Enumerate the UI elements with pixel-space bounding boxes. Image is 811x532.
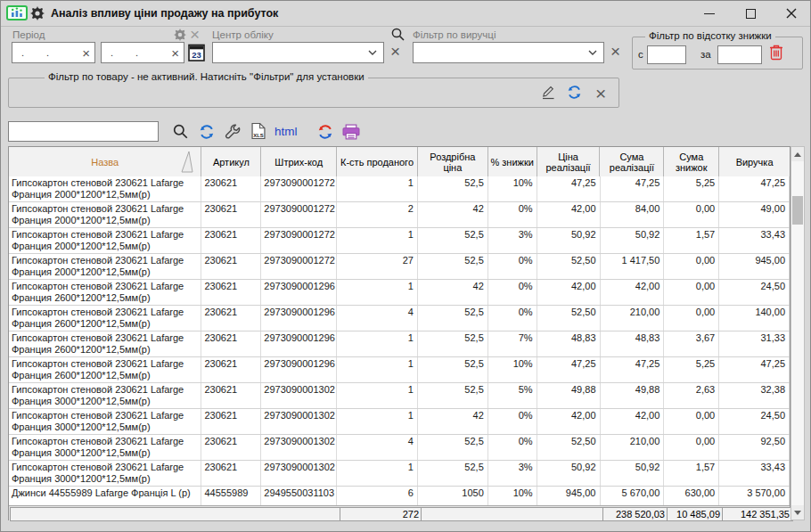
date-to-clear-icon[interactable]: × xyxy=(171,46,184,60)
cell-discsum: 0,00 xyxy=(664,409,719,434)
revenue-filter-combobox[interactable] xyxy=(413,42,604,63)
center-combobox[interactable] xyxy=(212,42,384,63)
discount-from-input[interactable] xyxy=(647,45,686,64)
table-header-cell-name[interactable]: Назва xyxy=(9,147,201,176)
cell-sum: 50,92 xyxy=(601,228,665,253)
maximize-button[interactable] xyxy=(730,1,771,26)
cell-discsum: 630,00 xyxy=(664,487,719,505)
revenue-filter-label: Фільтр по виручці xyxy=(413,29,496,40)
period-clear-icon[interactable]: × xyxy=(190,26,200,43)
wrench-icon[interactable] xyxy=(224,123,241,140)
cell-discsum: 5,25 xyxy=(664,176,719,201)
cell-retail: 52,5 xyxy=(418,357,488,382)
cell-qty: 1 xyxy=(337,383,418,408)
footer-total-qty: 272 xyxy=(340,507,422,521)
vertical-scrollbar[interactable] xyxy=(791,146,805,520)
date-from-field[interactable]: . . × xyxy=(12,42,95,63)
table-row[interactable]: Гипсокартон стеновой 230621 Lafarge Фран… xyxy=(9,461,790,487)
cell-name: Гипсокартон стеновой 230621 Lafarge Фран… xyxy=(9,254,201,279)
table-footer: 272 238 520,03 10 485,09 142 351,35 xyxy=(9,505,790,521)
scrollbar-thumb[interactable] xyxy=(792,196,803,225)
cell-retail: 52,5 xyxy=(418,461,488,486)
cell-sku: 44555989 xyxy=(201,487,261,505)
cell-name: Гипсокартон стеновой 230621 Lafarge Фран… xyxy=(9,280,201,305)
table-header-cell-revenue[interactable]: Виручка xyxy=(719,147,790,176)
cell-revenue: 945,00 xyxy=(719,254,790,279)
refresh-icon[interactable] xyxy=(567,85,582,102)
close-button[interactable] xyxy=(771,1,811,26)
cell-barcode: 2973090001272 xyxy=(261,176,337,201)
table-row[interactable]: Гипсокартон стеновой 230621 Lafarge Фран… xyxy=(9,176,790,202)
search-icon[interactable] xyxy=(172,123,189,140)
cell-price: 50,92 xyxy=(537,461,601,486)
date-to-field[interactable]: . . × xyxy=(101,42,184,63)
period-gear-icon[interactable] xyxy=(174,29,186,43)
printer-icon[interactable] xyxy=(342,124,360,140)
calendar-23-icon[interactable]: 23 xyxy=(188,43,205,63)
table-header: НазваАртикулШтрих-кодК-сть проданогоРозд… xyxy=(9,147,790,177)
cell-retail: 52,5 xyxy=(418,228,488,253)
table-row[interactable]: Гипсокартон стеновой 230621 Lafarge Фран… xyxy=(9,435,790,461)
cell-name: Гипсокартон стеновой 230621 Lafarge Фран… xyxy=(9,357,201,382)
arrow-down-icon xyxy=(794,511,801,515)
product-filter-close-icon[interactable]: × xyxy=(595,84,606,102)
discount-to-label: за xyxy=(700,49,711,60)
date-from-value: . . xyxy=(12,47,59,58)
cell-name: Гипсокартон стеновой 230621 Lafarge Фран… xyxy=(9,202,201,227)
cell-sum: 84,00 xyxy=(601,202,665,227)
table-row[interactable]: Гипсокартон стеновой 230621 Lafarge Фран… xyxy=(9,409,790,435)
cell-retail: 52,5 xyxy=(418,254,488,279)
cell-qty: 1 xyxy=(337,357,418,382)
date-to-value: . . xyxy=(102,47,148,58)
table-header-cell-discsum[interactable]: Сума знижок xyxy=(664,147,719,176)
title-gear-icon[interactable] xyxy=(30,6,45,22)
cell-price: 42,00 xyxy=(537,280,601,305)
cell-price: 42,00 xyxy=(537,409,601,434)
cell-name: Гипсокартон стеновой 230621 Lafarge Фран… xyxy=(9,383,201,408)
table-row[interactable]: Гипсокартон стеновой 230621 Lafarge Фран… xyxy=(9,306,790,331)
table-row[interactable]: Гипсокартон стеновой 230621 Lafarge Фран… xyxy=(9,254,790,280)
cell-disc: 0% xyxy=(488,306,537,331)
xls-export-icon[interactable]: XLS xyxy=(251,122,266,140)
scroll-up-button[interactable] xyxy=(791,147,804,161)
table-header-cell-disc[interactable]: % знижки xyxy=(488,147,537,176)
table-row[interactable]: Гипсокартон стеновой 230621 Lafarge Фран… xyxy=(9,280,790,306)
cell-disc: 0% xyxy=(488,409,537,434)
refresh-icon[interactable] xyxy=(199,124,215,140)
arrow-up-icon xyxy=(794,152,801,157)
table-header-cell-sku[interactable]: Артикул xyxy=(201,147,261,176)
search-input[interactable] xyxy=(8,121,159,142)
table-row[interactable]: Гипсокартон стеновой 230621 Lafarge Фран… xyxy=(9,357,790,383)
table-row[interactable]: Гипсокартон стеновой 230621 Lafarge Фран… xyxy=(9,228,790,254)
cell-revenue: 49,00 xyxy=(719,202,790,227)
date-from-clear-icon[interactable]: × xyxy=(82,46,94,60)
trash-icon[interactable] xyxy=(769,44,783,62)
pencil-icon[interactable] xyxy=(540,84,556,102)
table-header-cell-qty[interactable]: К-сть проданого xyxy=(337,147,418,176)
cell-price: 52,50 xyxy=(537,306,601,331)
cell-sum: 42,00 xyxy=(601,280,665,305)
table-header-cell-barcode[interactable]: Штрих-код xyxy=(261,147,337,176)
reload-icon[interactable] xyxy=(317,124,333,140)
discount-to-input[interactable] xyxy=(717,45,762,64)
minimize-button[interactable] xyxy=(689,1,730,26)
cell-qty: 27 xyxy=(337,254,418,279)
table-header-cell-price[interactable]: Ціна реалізації xyxy=(537,147,601,176)
cell-disc: 0% xyxy=(488,280,537,305)
cell-disc: 10% xyxy=(488,176,537,201)
cell-sum: 49,88 xyxy=(601,383,665,408)
scroll-down-button[interactable] xyxy=(791,505,804,520)
cell-disc: 3% xyxy=(488,461,537,486)
revenue-filter-clear-icon[interactable]: × xyxy=(610,43,620,60)
table-row[interactable]: Гипсокартон стеновой 230621 Lafarge Фран… xyxy=(9,331,790,357)
html-export-icon[interactable]: html xyxy=(274,125,298,138)
table-header-cell-sum[interactable]: Сума реалізації xyxy=(600,147,664,176)
center-clear-icon[interactable]: × xyxy=(390,43,400,60)
table-row[interactable]: Джинси 44555989 Lafarge Франція L (р)445… xyxy=(9,487,790,505)
cell-price: 945,00 xyxy=(537,487,601,505)
cell-discsum: 0,00 xyxy=(664,306,719,331)
table-row[interactable]: Гипсокартон стеновой 230621 Lafarge Фран… xyxy=(9,383,790,409)
cell-sku: 230621 xyxy=(201,461,261,486)
table-row[interactable]: Гипсокартон стеновой 230621 Lafarge Фран… xyxy=(9,202,790,228)
table-header-cell-retail[interactable]: Роздрібна ціна xyxy=(418,147,488,176)
